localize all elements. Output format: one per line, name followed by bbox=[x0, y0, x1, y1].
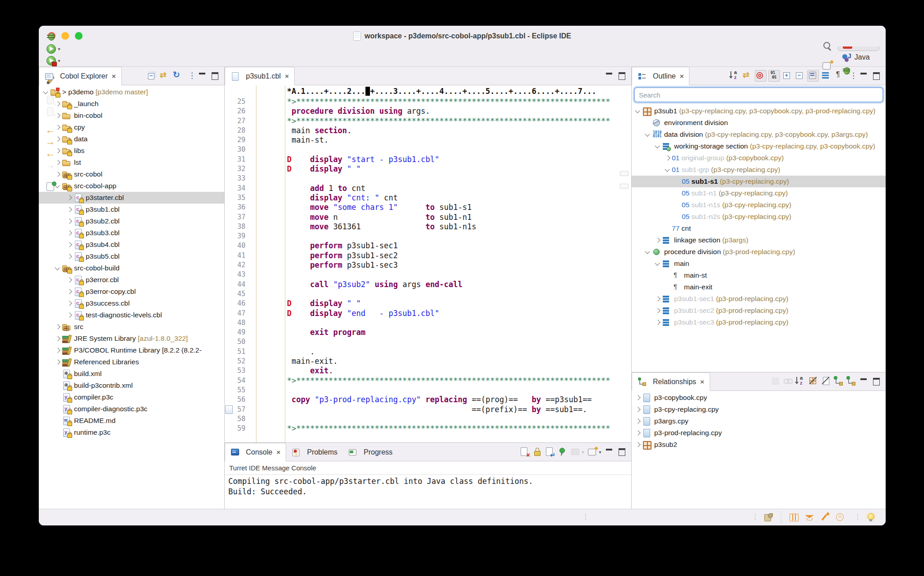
chevron-right-icon[interactable] bbox=[653, 236, 662, 245]
view-menu-icon[interactable] bbox=[846, 70, 857, 81]
chevron-right-icon[interactable] bbox=[653, 295, 662, 303]
pin-console-icon[interactable] bbox=[557, 446, 568, 457]
search-icon[interactable] bbox=[822, 41, 833, 52]
code-line[interactable]: 26 procedure division using args. bbox=[225, 107, 631, 116]
code-line[interactable]: 25*>************************************… bbox=[225, 97, 631, 107]
tree-item[interactable]: procedure division (p3-prod-replacing.cp… bbox=[632, 246, 886, 258]
chevron-right-icon[interactable] bbox=[65, 217, 74, 226]
code-line[interactable]: 46D display " " bbox=[225, 299, 631, 308]
chevron-right-icon[interactable] bbox=[633, 417, 642, 426]
refresh-icon[interactable] bbox=[172, 70, 183, 81]
doc-off-icon[interactable] bbox=[821, 376, 832, 387]
close-icon[interactable]: × bbox=[276, 448, 281, 456]
chevron-right-icon[interactable] bbox=[53, 170, 62, 179]
tree-item[interactable]: p3error-copy.cbl bbox=[39, 286, 224, 297]
chevron-right-icon[interactable] bbox=[653, 307, 662, 315]
minimize-editor-icon[interactable] bbox=[604, 70, 615, 81]
chevron-right-icon[interactable] bbox=[653, 318, 662, 327]
tree-item[interactable]: main-exit bbox=[632, 281, 886, 293]
maximize-editor-icon[interactable] bbox=[617, 70, 628, 81]
chevron-down-icon[interactable] bbox=[653, 142, 662, 151]
code-line[interactable]: 45 bbox=[225, 289, 631, 299]
tab-progress[interactable]: Progress bbox=[343, 443, 398, 461]
scroll-lock-icon[interactable] bbox=[532, 446, 543, 457]
link-chain-icon[interactable] bbox=[783, 376, 794, 387]
code-line[interactable]: 30 bbox=[225, 145, 631, 154]
code-line[interactable]: 58 bbox=[225, 414, 631, 424]
tree-item[interactable]: p3success.cbl bbox=[39, 297, 224, 309]
dropdown-arrow-icon[interactable]: ▾ bbox=[598, 450, 602, 455]
tree-item[interactable]: p3sub2 bbox=[632, 439, 886, 451]
chevron-down-icon[interactable] bbox=[633, 107, 642, 116]
tree-item[interactable]: compiler-diagnostic.p3c bbox=[39, 403, 224, 415]
tree-item[interactable]: p3-copybook.cpy bbox=[632, 392, 886, 404]
tree-item[interactable]: JRE System Library [azul-1.8.0_322] bbox=[39, 333, 224, 344]
minimize-window-button[interactable] bbox=[61, 32, 69, 40]
tab-relationships[interactable]: Relationships × bbox=[632, 372, 710, 391]
tree-item[interactable]: p3sub1-sec2 (p3-prod-replacing.cpy) bbox=[632, 305, 886, 316]
map-icon[interactable] bbox=[789, 512, 799, 522]
overview-annotation[interactable] bbox=[620, 171, 628, 176]
sort-az-icon[interactable] bbox=[730, 70, 740, 81]
tree-item[interactable]: test-diagnostic-levels.cbl bbox=[39, 309, 224, 321]
tree-item[interactable]: data division (p3-cpy-replacing.cpy, p3-… bbox=[632, 129, 886, 140]
tree-item[interactable]: src-cobol-app bbox=[39, 180, 224, 192]
clear-console-icon[interactable] bbox=[519, 446, 530, 457]
tree-item[interactable]: p3sub4.cbl bbox=[39, 239, 224, 251]
code-line[interactable]: 59*>************************************… bbox=[225, 424, 631, 433]
tab-console[interactable]: Console× bbox=[225, 443, 286, 461]
chevron-right-icon[interactable] bbox=[53, 358, 62, 367]
tree-item[interactable]: 05 sub1-n1 (p3-cpy-replacing.cpy) bbox=[632, 187, 886, 199]
show-levels-icon[interactable] bbox=[807, 70, 819, 82]
pilcrow-icon[interactable] bbox=[833, 70, 844, 81]
chevron-right-icon[interactable] bbox=[53, 100, 62, 108]
code-line[interactable]: 49 exit program bbox=[225, 328, 631, 337]
code-line[interactable]: 51 . bbox=[225, 347, 631, 357]
chevron-right-icon[interactable] bbox=[65, 241, 74, 249]
chevron-right-icon[interactable] bbox=[663, 154, 672, 163]
close-icon[interactable]: × bbox=[284, 72, 289, 80]
tree-item[interactable]: build-p3contrib.xml bbox=[39, 380, 224, 391]
tree-item[interactable]: build.xml bbox=[39, 368, 224, 380]
code-line[interactable]: 38 move 361361 to sub1-n1s bbox=[225, 222, 631, 232]
debug-icon[interactable] bbox=[45, 31, 57, 43]
chevron-down-icon[interactable] bbox=[53, 264, 62, 273]
tree-item[interactable]: compiler.p3c bbox=[39, 391, 224, 403]
tree-item[interactable]: main-st bbox=[632, 269, 886, 281]
chevron-right-icon[interactable] bbox=[53, 158, 62, 167]
chevron-right-icon[interactable] bbox=[65, 205, 74, 214]
tree-item[interactable]: p3-cpy-replacing.cpy bbox=[632, 404, 886, 415]
overview-annotation[interactable] bbox=[620, 184, 628, 189]
tree-item[interactable]: > p3demo [p3demo master] bbox=[39, 86, 224, 98]
chevron-right-icon[interactable] bbox=[65, 288, 74, 296]
collapse-all-icon[interactable] bbox=[147, 70, 157, 81]
tree-layout-icon[interactable] bbox=[833, 376, 844, 387]
code-line[interactable]: 37 move n to sub1-n1 bbox=[225, 213, 631, 222]
drag-dots-icon[interactable] bbox=[850, 512, 860, 522]
wand-icon[interactable] bbox=[820, 512, 830, 522]
splitter-handle-icon[interactable] bbox=[578, 512, 588, 522]
code-line[interactable]: 29 main-st. bbox=[225, 135, 631, 145]
tab-problems[interactable]: Problems bbox=[286, 443, 343, 461]
tree-item[interactable]: p3sub3.cbl bbox=[39, 227, 224, 239]
chevron-right-icon[interactable] bbox=[53, 135, 62, 144]
tree-item[interactable]: Referenced Libraries bbox=[39, 356, 224, 368]
chevron-down-icon[interactable] bbox=[53, 182, 62, 190]
code-line[interactable]: 27*>************************************… bbox=[225, 116, 631, 126]
blank-icon[interactable] bbox=[770, 376, 781, 387]
chevron-down-icon[interactable] bbox=[643, 248, 652, 256]
tree-item[interactable]: 77 cnt bbox=[632, 223, 886, 234]
code-line[interactable]: 44 call "p3sub2" using args end-call bbox=[225, 280, 631, 289]
chevron-right-icon[interactable] bbox=[53, 334, 62, 343]
dropdown-arrow-icon[interactable]: ▾ bbox=[57, 46, 61, 51]
tree-item[interactable]: bin-cobol bbox=[39, 110, 224, 121]
copybook-expansion-icon[interactable] bbox=[225, 405, 233, 414]
code-line[interactable]: 56 copy "p3-prod-replacing.cpy" replacin… bbox=[225, 395, 631, 404]
tree-item[interactable]: p3sub1-sec3 (p3-prod-replacing.cpy) bbox=[632, 316, 886, 328]
tab-outline[interactable]: Outline × bbox=[632, 67, 689, 85]
focus-target-icon[interactable] bbox=[755, 70, 767, 82]
open-console-icon[interactable] bbox=[587, 446, 598, 457]
display-console-icon[interactable] bbox=[570, 446, 581, 457]
tree-item[interactable]: src-cobol-build bbox=[39, 262, 224, 274]
code-line[interactable]: 54*>************************************… bbox=[225, 376, 631, 386]
